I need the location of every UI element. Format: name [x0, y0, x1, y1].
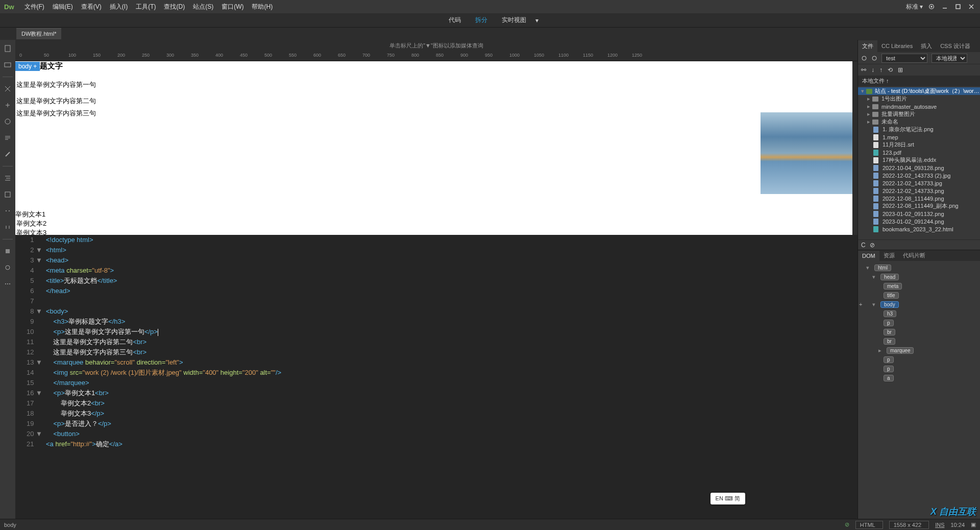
dom-node-html[interactable]: html — [874, 264, 891, 271]
tab-split[interactable]: 拆分 — [468, 14, 495, 27]
dom-node-title[interactable]: title — [884, 292, 899, 299]
dom-node-a[interactable]: a — [884, 375, 894, 381]
comment-icon[interactable] — [3, 133, 12, 142]
dom-node-br[interactable]: br — [884, 338, 895, 345]
tab-css-designer[interactable]: CSS 设计器 — [936, 40, 974, 52]
menu-help[interactable]: 帮助(H) — [248, 1, 277, 13]
settings-icon[interactable] — [927, 2, 936, 11]
brush-icon[interactable] — [3, 150, 12, 159]
add-node-icon[interactable]: + — [859, 301, 862, 307]
tree-site-root[interactable]: ▾ 站点 - test (D:\tools\桌面\work（2）\work (.… — [858, 87, 980, 95]
dom-node-meta[interactable]: meta — [884, 283, 902, 290]
status-lang[interactable]: HTML — [855, 521, 883, 529]
tab-insert[interactable]: 插入 — [917, 40, 936, 52]
tree-file[interactable]: 2022-12-08_111449.png — [858, 195, 980, 202]
tree-file[interactable]: 11月28日.srt — [858, 141, 980, 149]
menu-insert[interactable]: 插入(I) — [106, 1, 132, 13]
tab-live[interactable]: 实时视图 — [495, 14, 533, 27]
nav-icon[interactable] — [3, 101, 12, 110]
body-tag-badge[interactable]: body + — [15, 62, 40, 71]
menu-site[interactable]: 站点(S) — [189, 1, 217, 13]
site-icon[interactable] — [871, 55, 877, 61]
tab-assets[interactable]: 资源 — [879, 250, 899, 261]
chevron-down-icon[interactable]: ▾ — [535, 17, 538, 24]
minimize-icon[interactable] — [940, 2, 949, 11]
tree-folder[interactable]: ▸mindmaster_autosave — [858, 103, 980, 110]
tab-code[interactable]: 代码 — [442, 14, 468, 27]
dom-node-body[interactable]: body — [880, 301, 899, 308]
menu-file[interactable]: 文件(F) — [20, 1, 48, 13]
tree-file[interactable]: 123.pdf — [858, 149, 980, 156]
dom-node-head[interactable]: head — [880, 274, 899, 280]
file-icon[interactable] — [3, 44, 12, 53]
more-icon[interactable] — [3, 279, 12, 288]
tree-folder[interactable]: ▸1号出图片 — [858, 95, 980, 103]
status-ok-icon[interactable]: ⊘ — [845, 521, 849, 528]
status-path[interactable]: body — [4, 522, 16, 528]
menu-tools[interactable]: 工具(T) — [132, 1, 160, 13]
expand-icon[interactable]: ⊞ — [898, 66, 903, 74]
dom-node-p[interactable]: p — [884, 320, 894, 326]
dom-node-marquee[interactable]: marquee — [887, 347, 914, 354]
view-select[interactable]: 本地视图 — [932, 54, 967, 63]
scrollbar[interactable] — [853, 61, 856, 153]
tree-file[interactable]: 2022-10-04_093128.png — [858, 164, 980, 172]
manage-icon[interactable] — [3, 60, 12, 69]
preview-icon[interactable] — [3, 263, 12, 272]
indent-icon[interactable] — [3, 174, 12, 183]
tree-file[interactable]: 2022-12-02_143733.jpg — [858, 179, 980, 187]
dom-node-br[interactable]: br — [884, 329, 895, 335]
sync-icon[interactable] — [861, 55, 867, 61]
tree-folder[interactable]: ▸未命名 — [858, 118, 980, 126]
tab-files[interactable]: 文件 — [858, 40, 877, 52]
tree-file[interactable]: 2023-01-02_091132.png — [858, 210, 980, 218]
svg-point-8 — [5, 119, 10, 124]
tab-snippets[interactable]: 代码片断 — [899, 250, 929, 261]
stop-icon[interactable]: ⊘ — [870, 242, 875, 249]
dom-node-h3[interactable]: h3 — [884, 310, 896, 317]
tree-file[interactable]: 1. 康奈尔笔记法.png — [858, 126, 980, 133]
tree-file[interactable]: 2022-12-08_111449_副本.png — [858, 202, 980, 210]
svg-point-10 — [6, 210, 7, 211]
format-icon[interactable] — [3, 190, 12, 199]
tree-file[interactable]: 17种头脑风暴法.eddx — [858, 156, 980, 164]
sync2-icon[interactable]: ⟲ — [888, 66, 893, 74]
tab-dom[interactable]: DOM — [858, 251, 879, 261]
link-icon[interactable]: ⚯ — [861, 66, 866, 74]
tree-file[interactable]: 2022-12-02_143733 (2).jpg — [858, 172, 980, 179]
status-screen-icon[interactable]: ▣ — [971, 521, 976, 528]
workspace-selector[interactable]: 标准 ▾ — [906, 3, 923, 11]
upload-icon[interactable]: ↑ — [879, 66, 883, 74]
tab-cc-libraries[interactable]: CC Libraries — [877, 41, 917, 51]
svg-point-1 — [930, 6, 933, 8]
ruler[interactable]: 0501001502002503003504004505005506006507… — [15, 51, 857, 61]
ime-indicator[interactable]: EN ⌨ 简 — [710, 493, 745, 504]
status-mode[interactable]: INS — [935, 522, 944, 528]
close-icon[interactable] — [967, 2, 976, 11]
download-icon[interactable]: ↓ — [871, 66, 874, 74]
color-icon[interactable] — [3, 247, 12, 256]
menu-find[interactable]: 查找(D) — [160, 1, 189, 13]
code-content[interactable]: <!doctype html><html><head><meta charset… — [46, 235, 857, 519]
expand-icon[interactable] — [3, 84, 12, 93]
menu-edit[interactable]: 编辑(E) — [48, 1, 77, 13]
refresh-icon[interactable]: C — [861, 242, 866, 249]
css-icon[interactable] — [3, 223, 12, 232]
dom-node-p[interactable]: p — [884, 366, 894, 372]
menu-view[interactable]: 查看(V) — [77, 1, 106, 13]
refresh-icon[interactable] — [3, 117, 12, 126]
tree-file[interactable]: bookmarks_2023_3_22.html — [858, 225, 980, 233]
site-select[interactable]: test — [881, 54, 927, 63]
document-tab[interactable]: DW教程.html* — [16, 28, 61, 39]
tree-file[interactable]: 2022-12-02_143733.png — [858, 187, 980, 195]
tree-folder[interactable]: ▸批量调整图片 — [858, 110, 980, 118]
wrap-icon[interactable] — [3, 206, 12, 215]
menu-window[interactable]: 窗口(W) — [217, 1, 248, 13]
tree-file[interactable]: 2023-01-02_091244.png — [858, 218, 980, 225]
preview-pane[interactable]: body +题文字 这里是举例文字内容第一句 这里是举例文字内容第二句 这里是举… — [15, 61, 857, 235]
status-size[interactable]: 1558 x 422 — [889, 521, 929, 529]
code-editor[interactable]: 1 2 ▼3 ▼4 5 6 7 8 ▼9 10 11 12 13 ▼14 15 … — [15, 235, 857, 519]
tree-file[interactable]: 1.mep — [858, 133, 980, 141]
maximize-icon[interactable] — [953, 2, 963, 11]
dom-node-p[interactable]: p — [884, 356, 894, 363]
